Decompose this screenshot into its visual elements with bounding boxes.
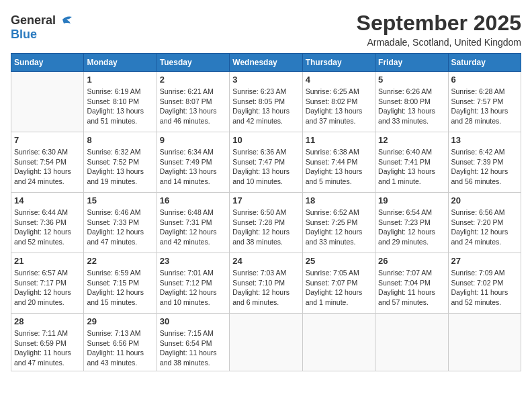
header-tuesday: Tuesday (157, 54, 229, 72)
table-row: 15Sunrise: 6:46 AM Sunset: 7:33 PM Dayli… (84, 193, 157, 253)
day-info: Sunrise: 7:11 AM Sunset: 6:59 PM Dayligh… (14, 328, 81, 368)
day-number: 27 (451, 256, 518, 266)
table-row (448, 314, 521, 371)
table-row: 2Sunrise: 6:21 AM Sunset: 8:07 PM Daylig… (157, 72, 229, 132)
table-row (230, 314, 302, 371)
day-info: Sunrise: 6:36 AM Sunset: 7:47 PM Dayligh… (232, 147, 299, 187)
day-number: 11 (306, 135, 372, 145)
table-row (11, 72, 84, 132)
table-row: 13Sunrise: 6:42 AM Sunset: 7:39 PM Dayli… (448, 132, 521, 193)
table-row: 7Sunrise: 6:30 AM Sunset: 7:54 PM Daylig… (11, 132, 84, 193)
table-row: 10Sunrise: 6:36 AM Sunset: 7:47 PM Dayli… (230, 132, 302, 193)
table-row: 29Sunrise: 7:13 AM Sunset: 6:56 PM Dayli… (84, 314, 157, 371)
table-row: 20Sunrise: 6:56 AM Sunset: 7:20 PM Dayli… (448, 193, 521, 253)
day-info: Sunrise: 7:09 AM Sunset: 7:02 PM Dayligh… (451, 268, 518, 308)
day-number: 28 (14, 316, 81, 326)
header-friday: Friday (375, 54, 448, 72)
day-info: Sunrise: 6:59 AM Sunset: 7:15 PM Dayligh… (87, 268, 153, 308)
table-row: 3Sunrise: 6:23 AM Sunset: 8:05 PM Daylig… (230, 72, 302, 132)
day-number: 23 (160, 256, 226, 266)
table-row: 11Sunrise: 6:38 AM Sunset: 7:44 PM Dayli… (302, 132, 375, 193)
logo-blue-text: Blue (11, 28, 37, 42)
day-info: Sunrise: 7:03 AM Sunset: 7:10 PM Dayligh… (232, 268, 299, 308)
day-info: Sunrise: 6:25 AM Sunset: 8:02 PM Dayligh… (306, 87, 372, 126)
calendar-table: Sunday Monday Tuesday Wednesday Thursday… (11, 53, 521, 371)
day-info: Sunrise: 6:56 AM Sunset: 7:20 PM Dayligh… (451, 208, 518, 247)
day-number: 4 (306, 75, 372, 85)
calendar-week-row: 7Sunrise: 6:30 AM Sunset: 7:54 PM Daylig… (11, 132, 521, 193)
day-number: 29 (87, 316, 153, 326)
table-row: 8Sunrise: 6:32 AM Sunset: 7:52 PM Daylig… (84, 132, 157, 193)
logo-general-text: General (11, 13, 56, 28)
day-number: 30 (160, 316, 226, 326)
header-monday: Monday (84, 54, 157, 72)
day-info: Sunrise: 6:30 AM Sunset: 7:54 PM Dayligh… (14, 147, 81, 187)
day-info: Sunrise: 6:57 AM Sunset: 7:17 PM Dayligh… (14, 268, 81, 308)
day-info: Sunrise: 6:54 AM Sunset: 7:23 PM Dayligh… (378, 208, 445, 247)
day-number: 21 (14, 256, 81, 266)
header-sunday: Sunday (11, 54, 84, 72)
table-row: 17Sunrise: 6:50 AM Sunset: 7:28 PM Dayli… (230, 193, 302, 253)
table-row (375, 314, 448, 371)
day-number: 17 (232, 195, 299, 205)
day-number: 15 (87, 195, 153, 205)
day-info: Sunrise: 7:01 AM Sunset: 7:12 PM Dayligh… (160, 268, 226, 308)
table-row: 27Sunrise: 7:09 AM Sunset: 7:02 PM Dayli… (448, 253, 521, 314)
table-row: 19Sunrise: 6:54 AM Sunset: 7:23 PM Dayli… (375, 193, 448, 253)
day-info: Sunrise: 6:48 AM Sunset: 7:31 PM Dayligh… (160, 208, 226, 247)
day-number: 2 (160, 75, 226, 85)
table-row: 23Sunrise: 7:01 AM Sunset: 7:12 PM Dayli… (157, 253, 229, 314)
calendar-week-row: 1Sunrise: 6:19 AM Sunset: 8:10 PM Daylig… (11, 72, 521, 132)
day-info: Sunrise: 6:42 AM Sunset: 7:39 PM Dayligh… (451, 147, 518, 187)
day-number: 3 (232, 75, 299, 85)
table-row: 14Sunrise: 6:44 AM Sunset: 7:36 PM Dayli… (11, 193, 84, 253)
title-area: September 2025 Armadale, Scotland, Unite… (357, 11, 521, 48)
day-number: 13 (451, 135, 518, 145)
table-row: 26Sunrise: 7:07 AM Sunset: 7:04 PM Dayli… (375, 253, 448, 314)
day-info: Sunrise: 7:05 AM Sunset: 7:07 PM Dayligh… (306, 268, 372, 308)
header-wednesday: Wednesday (230, 54, 302, 72)
day-info: Sunrise: 7:15 AM Sunset: 6:54 PM Dayligh… (160, 328, 226, 368)
day-number: 7 (14, 135, 81, 145)
day-info: Sunrise: 6:44 AM Sunset: 7:36 PM Dayligh… (14, 208, 81, 247)
table-row: 5Sunrise: 6:26 AM Sunset: 8:00 PM Daylig… (375, 72, 448, 132)
header-saturday: Saturday (448, 54, 521, 72)
table-row: 18Sunrise: 6:52 AM Sunset: 7:25 PM Dayli… (302, 193, 375, 253)
table-row: 24Sunrise: 7:03 AM Sunset: 7:10 PM Dayli… (230, 253, 302, 314)
day-number: 25 (306, 256, 372, 266)
day-info: Sunrise: 6:32 AM Sunset: 7:52 PM Dayligh… (87, 147, 153, 187)
table-row: 9Sunrise: 6:34 AM Sunset: 7:49 PM Daylig… (157, 132, 229, 193)
day-info: Sunrise: 7:07 AM Sunset: 7:04 PM Dayligh… (378, 268, 445, 308)
day-number: 26 (378, 256, 445, 266)
day-info: Sunrise: 6:28 AM Sunset: 7:57 PM Dayligh… (451, 87, 518, 126)
table-row: 30Sunrise: 7:15 AM Sunset: 6:54 PM Dayli… (157, 314, 229, 371)
day-info: Sunrise: 6:34 AM Sunset: 7:49 PM Dayligh… (160, 147, 226, 187)
day-info: Sunrise: 6:40 AM Sunset: 7:41 PM Dayligh… (378, 147, 445, 187)
calendar-header-row: Sunday Monday Tuesday Wednesday Thursday… (11, 54, 521, 72)
day-number: 1 (87, 75, 153, 85)
day-number: 9 (160, 135, 226, 145)
table-row: 21Sunrise: 6:57 AM Sunset: 7:17 PM Dayli… (11, 253, 84, 314)
table-row: 6Sunrise: 6:28 AM Sunset: 7:57 PM Daylig… (448, 72, 521, 132)
calendar-week-row: 21Sunrise: 6:57 AM Sunset: 7:17 PM Dayli… (11, 253, 521, 314)
table-row: 22Sunrise: 6:59 AM Sunset: 7:15 PM Dayli… (84, 253, 157, 314)
day-info: Sunrise: 6:19 AM Sunset: 8:10 PM Dayligh… (87, 87, 153, 126)
table-row: 12Sunrise: 6:40 AM Sunset: 7:41 PM Dayli… (375, 132, 448, 193)
day-info: Sunrise: 6:46 AM Sunset: 7:33 PM Dayligh… (87, 208, 153, 247)
day-number: 12 (378, 135, 445, 145)
header-thursday: Thursday (302, 54, 375, 72)
table-row: 16Sunrise: 6:48 AM Sunset: 7:31 PM Dayli… (157, 193, 229, 253)
location: Armadale, Scotland, United Kingdom (357, 37, 521, 48)
day-number: 22 (87, 256, 153, 266)
day-info: Sunrise: 6:50 AM Sunset: 7:28 PM Dayligh… (232, 208, 299, 247)
table-row (302, 314, 375, 371)
day-number: 5 (378, 75, 445, 85)
day-info: Sunrise: 6:26 AM Sunset: 8:00 PM Dayligh… (378, 87, 445, 126)
table-row: 25Sunrise: 7:05 AM Sunset: 7:07 PM Dayli… (302, 253, 375, 314)
day-number: 19 (378, 195, 445, 205)
day-number: 14 (14, 195, 81, 205)
day-info: Sunrise: 6:23 AM Sunset: 8:05 PM Dayligh… (232, 87, 299, 126)
page-header: General Blue September 2025 Armadale, Sc… (11, 11, 521, 48)
day-number: 6 (451, 75, 518, 85)
table-row: 4Sunrise: 6:25 AM Sunset: 8:02 PM Daylig… (302, 72, 375, 132)
